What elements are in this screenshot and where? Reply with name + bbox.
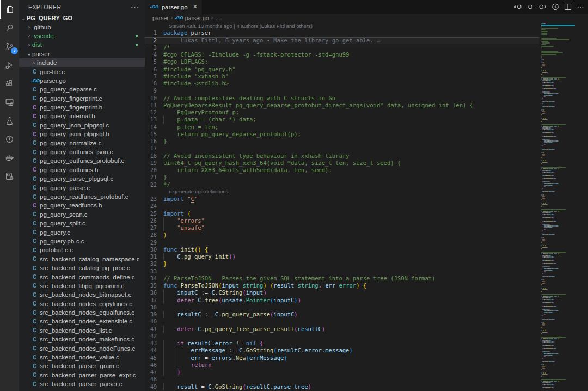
code-line-43[interactable]: 43 if resultC.error != nil { — [145, 340, 539, 347]
tree-item-parser[interactable]: ⌄parser — [19, 50, 145, 58]
tree-item-pg_query_outfuncs.h[interactable]: Cpg_query_outfuncs.h — [19, 166, 145, 174]
tree-item-src_backend_nodes_list.c[interactable]: Csrc_backend_nodes_list.c — [19, 326, 145, 335]
tree-item-pg_query_scan.c[interactable]: Cpg_query_scan.c — [19, 210, 145, 219]
explorer-icon[interactable] — [0, 0, 19, 19]
tree-item-src_backend_nodes_extensible.c[interactable]: Csrc_backend_nodes_extensible.c — [19, 317, 145, 326]
tree-item-src_backend_parser_gram.c[interactable]: Csrc_backend_parser_gram.c — [19, 362, 145, 370]
code-line-15[interactable]: 15 return pg_query_deparse_protobuf(p); — [145, 131, 539, 138]
search-icon[interactable] — [0, 19, 19, 37]
tree-item-pg_query_split.c[interactable]: Cpg_query_split.c — [19, 219, 145, 228]
tree-item-parser.go[interactable]: -GOparser.go — [19, 76, 145, 85]
code-line-9[interactable]: 9 — [145, 87, 539, 94]
code-line-17[interactable]: 17 — [145, 145, 539, 152]
code-line-48[interactable]: 48 — [145, 376, 539, 383]
extensions-icon[interactable] — [0, 74, 19, 93]
open-changes-next-revision-icon[interactable] — [538, 3, 547, 11]
code-line-4[interactable]: 4#cgo CFLAGS: -Iinclude -g -fstack-prote… — [145, 51, 539, 58]
breadcrumb-item-parser.go[interactable]: -GOparser.go — [175, 15, 209, 21]
code-line-49[interactable]: 49 result = C.GoString(resultC.parse_tre… — [145, 383, 539, 390]
tree-item-dist[interactable]: ›dist● — [19, 40, 145, 49]
code-line-2[interactable]: 2 Lukas Fittl, 6 years ago • Make the li… — [145, 37, 539, 44]
code-line-40[interactable]: 40 — [145, 318, 539, 325]
tree-item-pg_query_readfuncs_protobuf.c[interactable]: Cpg_query_readfuncs_protobuf.c — [19, 192, 145, 201]
code-line-18[interactable]: 18// Avoid inconsistent type behaviour i… — [145, 152, 539, 160]
tree-item-pg_query_readfuncs.h[interactable]: Cpg_query_readfuncs.h — [19, 201, 145, 210]
codelens-regenerate-cgo[interactable]: regenerate cgo definitions — [145, 188, 539, 196]
code-line-11[interactable]: 11PgQueryDeparseResult pg_query_deparse_… — [145, 102, 539, 109]
code-line-34[interactable]: 34// ParseToJSON - Parses the given SQL … — [145, 275, 539, 282]
open-changes-icon[interactable] — [526, 3, 535, 11]
tree-item-pg_query.c[interactable]: Cpg_query.c — [19, 228, 145, 236]
tree-item-protobuf-c.c[interactable]: Cprotobuf-c.c — [19, 246, 145, 254]
code-line-21[interactable]: 21} — [145, 174, 539, 181]
code-line-3[interactable]: 3/* — [145, 44, 539, 51]
code-line-23[interactable]: 23import "C" — [145, 196, 539, 203]
tree-item-src_backend_nodes_value.c[interactable]: Csrc_backend_nodes_value.c — [19, 353, 145, 362]
code-line-32[interactable]: 32} — [145, 260, 539, 267]
code-pane[interactable]: Steven Kalt, 13 months ago | 4 authors (… — [145, 22, 539, 391]
tree-item-src_backend_nodes_makefuncs.c[interactable]: Csrc_backend_nodes_makefuncs.c — [19, 335, 145, 344]
code-line-14[interactable]: 14 p.len = len; — [145, 124, 539, 131]
more-actions-icon[interactable]: ⋯ — [576, 3, 585, 11]
tree-root-PG_QUERY_GO[interactable]: ⌄PG_QUERY_GO — [19, 14, 145, 22]
open-changes-prev-revision-icon[interactable] — [513, 3, 522, 11]
tree-item-guc-file.c[interactable]: Cguc-file.c — [19, 67, 145, 76]
actions-icon[interactable] — [0, 167, 19, 185]
code-line-37[interactable]: 37 defer C.free(unsafe.Pointer(inputC)) — [145, 297, 539, 304]
code-line-22[interactable]: 22*/ — [145, 181, 539, 188]
tree-item-include[interactable]: ›include — [19, 58, 145, 67]
code-line-47[interactable]: 47 } — [145, 369, 539, 376]
tree-item-pg_query_parse.c[interactable]: Cpg_query_parse.c — [19, 183, 145, 192]
tree-item-.github[interactable]: ›.github — [19, 22, 145, 31]
code-line-5[interactable]: 5#cgo LDFLAGS: — [145, 58, 539, 65]
code-line-12[interactable]: 12 PgQueryProtobuf p; — [145, 109, 539, 116]
code-line-20[interactable]: 20 return XXH3_64bits_withSeed(data, len… — [145, 167, 539, 174]
code-line-31[interactable]: 31 C.pg_query_init() — [145, 253, 539, 260]
code-line-35[interactable]: 35func ParseToJSON(input string) (result… — [145, 282, 539, 289]
tree-item-pg_query.pb-c.c[interactable]: Cpg_query.pb-c.c — [19, 237, 145, 246]
tree-item-pg_query_deparse.c[interactable]: Cpg_query_deparse.c — [19, 85, 145, 94]
tree-item-src_backend_nodes_bitmapset.c[interactable]: Csrc_backend_nodes_bitmapset.c — [19, 290, 145, 299]
tree-item-pg_query_outfuncs_json.c[interactable]: Cpg_query_outfuncs_json.c — [19, 148, 145, 156]
tab-parser-go[interactable]: -GO parser.go ✕ — [145, 0, 203, 14]
split-editor-icon[interactable] — [564, 3, 572, 11]
code-line-39[interactable]: 39 resultC := C.pg_query_parse(inputC) — [145, 311, 539, 318]
tree-item-pg_query_json_plpgsql.c[interactable]: Cpg_query_json_plpgsql.c — [19, 121, 145, 130]
tree-item-pg_query_outfuncs_protobuf.c[interactable]: Cpg_query_outfuncs_protobuf.c — [19, 156, 145, 165]
code-line-24[interactable]: 24 — [145, 203, 539, 210]
code-line-28[interactable]: 28) — [145, 231, 539, 239]
code-line-7[interactable]: 7#include "xxhash.h" — [145, 73, 539, 80]
tab-close-icon[interactable]: ✕ — [193, 3, 198, 10]
docker-icon[interactable] — [0, 148, 19, 167]
code-line-13[interactable]: 13 p.data = (char *) data; — [145, 116, 539, 123]
source-control-icon[interactable]: 7 — [0, 37, 19, 56]
breadcrumb-item-x[interactable]: … — [215, 15, 221, 21]
code-line-29[interactable]: 29 — [145, 239, 539, 246]
code-line-38[interactable]: 38 — [145, 304, 539, 311]
code-line-16[interactable]: 16} — [145, 138, 539, 145]
code-line-42[interactable]: 42 — [145, 333, 539, 340]
tree-item-pg_query_parse_plpgsql.c[interactable]: Cpg_query_parse_plpgsql.c — [19, 174, 145, 183]
tree-item-src_backend_catalog_namespace.c[interactable]: Csrc_backend_catalog_namespace.c — [19, 255, 145, 264]
code-line-6[interactable]: 6#include "pg_query.h" — [145, 66, 539, 73]
code-line-44[interactable]: 44 errMessage := C.GoString(resultC.erro… — [145, 347, 539, 354]
testing-icon[interactable] — [0, 111, 19, 130]
code-line-8[interactable]: 8#include <stdlib.h> — [145, 80, 539, 87]
tree-item-.vscode[interactable]: ›.vscode● — [19, 32, 145, 40]
breadcrumb-item-parser[interactable]: parser — [152, 15, 169, 21]
tree-item-src_backend_nodes_nodeFuncs.c[interactable]: Csrc_backend_nodes_nodeFuncs.c — [19, 344, 145, 352]
code-line-41[interactable]: 41 defer C.pg_query_free_parse_result(re… — [145, 326, 539, 333]
tree-item-pg_query_fingerprint.h[interactable]: Cpg_query_fingerprint.h — [19, 103, 145, 112]
explorer-more-actions-icon[interactable]: ··· — [131, 3, 139, 11]
code-line-30[interactable]: 30func init() { — [145, 246, 539, 253]
file-history-icon[interactable] — [551, 3, 560, 11]
tree-item-src_backend_parser_parse_expr.c[interactable]: Csrc_backend_parser_parse_expr.c — [19, 371, 145, 380]
tree-item-src_backend_catalog_pg_proc.c[interactable]: Csrc_backend_catalog_pg_proc.c — [19, 264, 145, 272]
run-and-debug-icon[interactable] — [0, 56, 19, 74]
tree-item-src_backend_parser_parser.c[interactable]: Csrc_backend_parser_parser.c — [19, 380, 145, 388]
tree-item-src_backend_libpq_pqcomm.c[interactable]: Csrc_backend_libpq_pqcomm.c — [19, 282, 145, 290]
code-line-36[interactable]: 36 inputC := C.CString(input) — [145, 289, 539, 296]
code-line-26[interactable]: 26 "errors" — [145, 217, 539, 224]
tree-item-src_backend_nodes_copyfuncs.c[interactable]: Csrc_backend_nodes_copyfuncs.c — [19, 300, 145, 308]
code-line-25[interactable]: 25import ( — [145, 210, 539, 217]
